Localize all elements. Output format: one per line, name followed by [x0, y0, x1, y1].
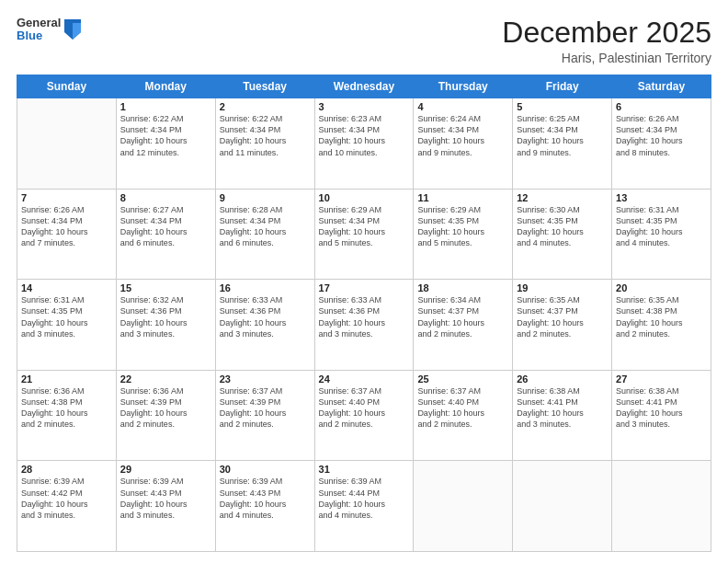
day-info: Sunrise: 6:34 AM Sunset: 4:37 PM Dayligh… [417, 294, 508, 339]
day-info: Sunrise: 6:39 AM Sunset: 4:42 PM Dayligh… [21, 476, 112, 521]
logo: General Blue [17, 17, 81, 43]
col-thursday: Thursday [414, 75, 513, 98]
title-area: December 2025 Haris, Palestinian Territo… [502, 17, 711, 65]
table-row: 24Sunrise: 6:37 AM Sunset: 4:40 PM Dayli… [314, 370, 414, 461]
calendar-header-row: Sunday Monday Tuesday Wednesday Thursday… [17, 75, 711, 98]
table-row: 9Sunrise: 6:28 AM Sunset: 4:34 PM Daylig… [215, 189, 314, 280]
table-row: 27Sunrise: 6:38 AM Sunset: 4:41 PM Dayli… [612, 370, 711, 461]
day-number: 3 [319, 101, 410, 112]
day-info: Sunrise: 6:38 AM Sunset: 4:41 PM Dayligh… [616, 385, 707, 431]
table-row: 13Sunrise: 6:31 AM Sunset: 4:35 PM Dayli… [612, 189, 711, 280]
day-info: Sunrise: 6:23 AM Sunset: 4:34 PM Dayligh… [319, 113, 410, 158]
day-number: 13 [616, 192, 707, 203]
day-info: Sunrise: 6:29 AM Sunset: 4:35 PM Dayligh… [417, 204, 508, 249]
table-row: 15Sunrise: 6:32 AM Sunset: 4:36 PM Dayli… [116, 280, 215, 371]
day-info: Sunrise: 6:38 AM Sunset: 4:41 PM Dayligh… [517, 385, 608, 431]
day-info: Sunrise: 6:37 AM Sunset: 4:40 PM Dayligh… [319, 385, 410, 431]
day-number: 18 [417, 282, 508, 293]
calendar-week-row: 14Sunrise: 6:31 AM Sunset: 4:35 PM Dayli… [17, 280, 711, 371]
day-number: 30 [220, 464, 311, 475]
table-row: 28Sunrise: 6:39 AM Sunset: 4:42 PM Dayli… [17, 461, 117, 552]
logo-text: General Blue [17, 17, 61, 43]
table-row: 11Sunrise: 6:29 AM Sunset: 4:35 PM Dayli… [414, 189, 513, 280]
day-number: 20 [616, 282, 707, 293]
table-row: 29Sunrise: 6:39 AM Sunset: 4:43 PM Dayli… [116, 461, 215, 552]
month-title: December 2025 [502, 17, 711, 49]
day-number: 26 [517, 373, 608, 385]
day-info: Sunrise: 6:26 AM Sunset: 4:34 PM Dayligh… [616, 113, 707, 158]
day-number: 1 [120, 101, 211, 112]
day-number: 22 [120, 373, 211, 385]
table-row: 22Sunrise: 6:36 AM Sunset: 4:39 PM Dayli… [116, 370, 215, 461]
day-info: Sunrise: 6:36 AM Sunset: 4:38 PM Dayligh… [21, 385, 112, 431]
col-sunday: Sunday [17, 75, 117, 98]
table-row [414, 461, 513, 552]
day-number: 28 [21, 464, 112, 475]
day-number: 10 [319, 192, 410, 203]
table-row: 6Sunrise: 6:26 AM Sunset: 4:34 PM Daylig… [612, 98, 711, 190]
table-row: 20Sunrise: 6:35 AM Sunset: 4:38 PM Dayli… [612, 280, 711, 371]
day-number: 15 [120, 282, 211, 293]
day-info: Sunrise: 6:26 AM Sunset: 4:34 PM Dayligh… [21, 204, 112, 249]
day-info: Sunrise: 6:31 AM Sunset: 4:35 PM Dayligh… [616, 204, 707, 249]
calendar-week-row: 7Sunrise: 6:26 AM Sunset: 4:34 PM Daylig… [17, 189, 711, 280]
day-number: 29 [120, 464, 211, 475]
col-saturday: Saturday [612, 75, 711, 98]
calendar-week-row: 21Sunrise: 6:36 AM Sunset: 4:38 PM Dayli… [17, 370, 711, 461]
table-row: 7Sunrise: 6:26 AM Sunset: 4:34 PM Daylig… [17, 189, 117, 280]
day-info: Sunrise: 6:39 AM Sunset: 4:44 PM Dayligh… [319, 476, 410, 521]
day-info: Sunrise: 6:37 AM Sunset: 4:39 PM Dayligh… [220, 385, 311, 431]
table-row [17, 98, 117, 190]
table-row: 23Sunrise: 6:37 AM Sunset: 4:39 PM Dayli… [215, 370, 314, 461]
col-friday: Friday [513, 75, 612, 98]
day-number: 12 [517, 192, 608, 203]
day-info: Sunrise: 6:22 AM Sunset: 4:34 PM Dayligh… [220, 113, 311, 158]
col-tuesday: Tuesday [215, 75, 314, 98]
day-info: Sunrise: 6:22 AM Sunset: 4:34 PM Dayligh… [120, 113, 211, 158]
day-info: Sunrise: 6:25 AM Sunset: 4:34 PM Dayligh… [517, 113, 608, 158]
day-info: Sunrise: 6:37 AM Sunset: 4:40 PM Dayligh… [417, 385, 508, 431]
day-number: 4 [417, 101, 508, 112]
day-number: 24 [319, 373, 410, 385]
table-row: 1Sunrise: 6:22 AM Sunset: 4:34 PM Daylig… [116, 98, 215, 190]
day-number: 21 [21, 373, 112, 385]
day-number: 14 [21, 282, 112, 293]
table-row: 14Sunrise: 6:31 AM Sunset: 4:35 PM Dayli… [17, 280, 117, 371]
day-info: Sunrise: 6:24 AM Sunset: 4:34 PM Dayligh… [417, 113, 508, 158]
day-number: 11 [417, 192, 508, 203]
table-row: 30Sunrise: 6:39 AM Sunset: 4:43 PM Dayli… [215, 461, 314, 552]
col-wednesday: Wednesday [314, 75, 414, 98]
table-row: 21Sunrise: 6:36 AM Sunset: 4:38 PM Dayli… [17, 370, 117, 461]
table-row: 18Sunrise: 6:34 AM Sunset: 4:37 PM Dayli… [414, 280, 513, 371]
table-row: 17Sunrise: 6:33 AM Sunset: 4:36 PM Dayli… [314, 280, 414, 371]
table-row: 16Sunrise: 6:33 AM Sunset: 4:36 PM Dayli… [215, 280, 314, 371]
table-row: 3Sunrise: 6:23 AM Sunset: 4:34 PM Daylig… [314, 98, 414, 190]
calendar-table: Sunday Monday Tuesday Wednesday Thursday… [17, 75, 711, 552]
day-info: Sunrise: 6:31 AM Sunset: 4:35 PM Dayligh… [21, 294, 112, 339]
day-number: 23 [220, 373, 311, 385]
table-row: 26Sunrise: 6:38 AM Sunset: 4:41 PM Dayli… [513, 370, 612, 461]
table-row [513, 461, 612, 552]
day-info: Sunrise: 6:39 AM Sunset: 4:43 PM Dayligh… [120, 476, 211, 521]
day-number: 5 [517, 101, 608, 112]
table-row: 10Sunrise: 6:29 AM Sunset: 4:34 PM Dayli… [314, 189, 414, 280]
table-row: 12Sunrise: 6:30 AM Sunset: 4:35 PM Dayli… [513, 189, 612, 280]
table-row: 8Sunrise: 6:27 AM Sunset: 4:34 PM Daylig… [116, 189, 215, 280]
day-number: 2 [220, 101, 311, 112]
day-info: Sunrise: 6:32 AM Sunset: 4:36 PM Dayligh… [120, 294, 211, 339]
location: Haris, Palestinian Territory [502, 51, 711, 65]
day-info: Sunrise: 6:30 AM Sunset: 4:35 PM Dayligh… [517, 204, 608, 249]
calendar-week-row: 28Sunrise: 6:39 AM Sunset: 4:42 PM Dayli… [17, 461, 711, 552]
day-number: 17 [319, 282, 410, 293]
day-number: 7 [21, 192, 112, 203]
logo-general: General [17, 17, 61, 29]
header: General Blue December 2025 Haris, Palest… [17, 17, 711, 65]
day-info: Sunrise: 6:36 AM Sunset: 4:39 PM Dayligh… [120, 385, 211, 431]
table-row: 25Sunrise: 6:37 AM Sunset: 4:40 PM Dayli… [414, 370, 513, 461]
day-number: 8 [120, 192, 211, 203]
day-info: Sunrise: 6:27 AM Sunset: 4:34 PM Dayligh… [120, 204, 211, 249]
page: General Blue December 2025 Haris, Palest… [0, 0, 728, 563]
day-number: 19 [517, 282, 608, 293]
day-number: 9 [220, 192, 311, 203]
day-info: Sunrise: 6:28 AM Sunset: 4:34 PM Dayligh… [220, 204, 311, 249]
